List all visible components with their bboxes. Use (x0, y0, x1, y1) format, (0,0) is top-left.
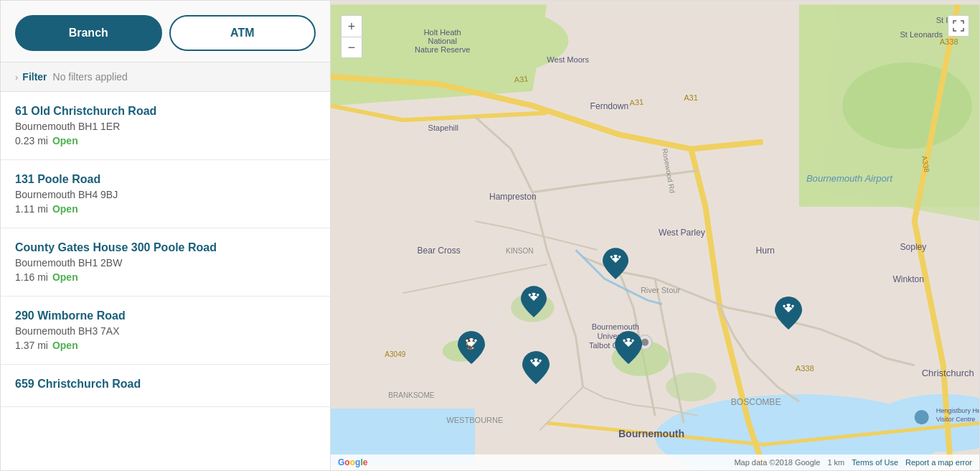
tab-bar: Branch ATM (1, 1, 330, 62)
chevron-right-icon: › (15, 72, 18, 83)
atm-tab[interactable]: ATM (169, 15, 316, 51)
branch-meta: 0.23 miOpen (15, 135, 316, 146)
branch-name: County Gates House 300 Poole Road (15, 241, 316, 254)
branch-list: 61 Old Christchurch RoadBournemouth BH1 … (1, 92, 330, 470)
svg-text:Stapehill: Stapehill (428, 123, 458, 132)
svg-text:Bournemouth: Bournemouth (592, 322, 639, 331)
svg-text:Nature Reserve: Nature Reserve (415, 45, 470, 54)
left-panel: Branch ATM › Filter No filters applied 6… (1, 1, 331, 470)
filter-button[interactable]: Filter (22, 71, 47, 83)
map-pin-westbourne[interactable]: 🦅 (458, 331, 485, 367)
svg-text:Bournemouth: Bournemouth (618, 428, 684, 439)
svg-text:Visitor Centre: Visitor Centre (936, 416, 976, 423)
svg-text:River Stour: River Stour (641, 286, 680, 294)
svg-text:WESTBOURNE: WESTBOURNE (446, 416, 503, 424)
branch-name: 659 Christchurch Road (15, 378, 316, 391)
svg-text:A338: A338 (940, 37, 958, 46)
branch-list-item[interactable]: County Gates House 300 Poole RoadBournem… (1, 228, 330, 297)
branch-address: Bournemouth BH1 2BW (15, 257, 316, 269)
branch-list-item[interactable]: 131 Poole RoadBournemouth BH4 9BJ1.11 mi… (1, 160, 330, 228)
branch-distance: 1.37 mi (15, 340, 48, 351)
branch-distance: 0.23 mi (15, 135, 48, 146)
branch-meta: 1.37 miOpen (15, 340, 316, 351)
map-pin-bournemouth[interactable] (522, 351, 550, 387)
svg-point-12 (666, 373, 716, 401)
branch-tab[interactable]: Branch (15, 15, 162, 51)
map-background: Holt Heath National Nature Reserve St Iv… (331, 1, 979, 470)
branch-address: Bournemouth BH3 7AX (15, 325, 316, 337)
branch-list-item[interactable]: 290 Wimborne RoadBournemouth BH3 7AX1.37… (1, 297, 330, 365)
map-pin-talbot[interactable] (521, 286, 547, 320)
branch-address: Bournemouth BH1 1ER (15, 121, 316, 132)
map-pin-boscombe[interactable] (615, 331, 642, 367)
svg-point-60 (641, 339, 649, 346)
svg-text:Hurn: Hurn (756, 246, 775, 256)
filter-bar: › Filter No filters applied (1, 62, 330, 92)
google-logo: Google (338, 457, 367, 467)
svg-text:Sopley: Sopley (900, 242, 927, 252)
branch-status: Open (52, 135, 78, 146)
svg-text:KINSON: KINSON (506, 247, 533, 255)
svg-text:Hengistbury Head: Hengistbury Head (936, 407, 979, 414)
branch-distance: 1.11 mi (15, 203, 48, 215)
svg-point-5 (842, 62, 972, 149)
map-pin-north[interactable] (603, 248, 628, 282)
zoom-out-button[interactable]: − (341, 37, 362, 58)
report-link[interactable]: Report a map error (905, 458, 972, 467)
branch-distance: 1.16 mi (15, 271, 48, 283)
svg-text:BRANKSOME: BRANKSOME (388, 391, 434, 399)
map-panel: Holt Heath National Nature Reserve St Iv… (331, 1, 979, 470)
filter-note: No filters applied (53, 71, 128, 83)
svg-text:Bournemouth Airport: Bournemouth Airport (806, 173, 893, 184)
svg-marker-2 (331, 5, 547, 106)
branch-meta: 1.16 miOpen (15, 271, 316, 283)
branch-status: Open (52, 340, 78, 351)
zoom-in-button[interactable]: + (341, 15, 362, 37)
svg-text:Christchurch: Christchurch (922, 368, 974, 378)
svg-text:A3049: A3049 (385, 350, 405, 358)
branch-list-item[interactable]: 61 Old Christchurch RoadBournemouth BH1 … (1, 92, 330, 160)
map-controls: + − (341, 15, 362, 58)
map-footer: Google Map data ©2018 Google 1 km Terms … (331, 454, 979, 470)
branch-name: 290 Wimborne Road (15, 309, 316, 322)
map-data-credit: Map data ©2018 Google (734, 458, 820, 467)
svg-text:Holt Heath: Holt Heath (424, 28, 461, 37)
branch-name: 131 Poole Road (15, 173, 316, 186)
branch-address: Bournemouth BH4 9BJ (15, 189, 316, 200)
fullscreen-button[interactable] (948, 15, 969, 37)
branch-list-item[interactable]: 659 Christchurch Road (1, 365, 330, 407)
branch-name: 61 Old Christchurch Road (15, 105, 316, 118)
svg-text:West Moors: West Moors (547, 55, 589, 64)
terms-link[interactable]: Terms of Use (852, 458, 898, 467)
svg-text:A31: A31 (629, 98, 644, 108)
svg-text:National: National (428, 37, 456, 45)
svg-text:Bear Cross: Bear Cross (418, 246, 461, 256)
svg-text:BOSCOMBE: BOSCOMBE (731, 397, 781, 407)
svg-text:A31: A31 (514, 74, 529, 84)
svg-text:A31: A31 (684, 93, 698, 102)
branch-status: Open (52, 271, 78, 283)
svg-text:West Parley: West Parley (659, 228, 705, 238)
map-scale: 1 km (827, 458, 844, 467)
svg-text:A338: A338 (796, 364, 814, 373)
svg-text:Winkton: Winkton (892, 274, 924, 284)
branch-meta: 1.11 miOpen (15, 203, 316, 215)
map-pin-christchurch[interactable] (775, 297, 802, 332)
svg-text:St Leonards: St Leonards (900, 30, 943, 39)
branch-status: Open (52, 203, 78, 215)
svg-text:Hampreston: Hampreston (489, 192, 537, 202)
svg-point-55 (915, 410, 929, 424)
svg-text:Ferndown: Ferndown (590, 101, 629, 111)
